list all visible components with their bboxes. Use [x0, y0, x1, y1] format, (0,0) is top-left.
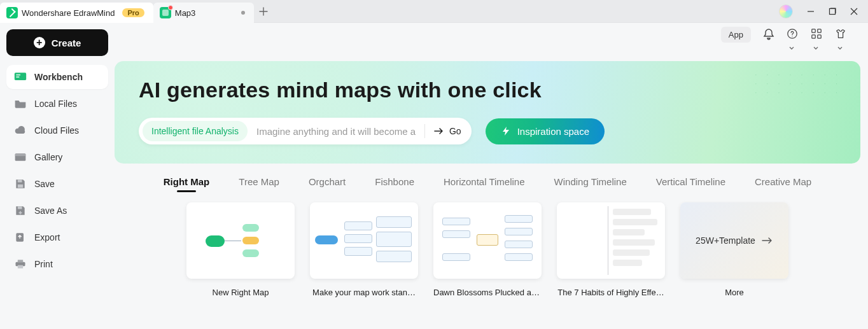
cloud-icon [14, 125, 27, 136]
templates: Right Map Tree Map Orgchart Fishbone Hor… [115, 176, 860, 297]
ai-go-button[interactable]: Go [434, 126, 461, 136]
svg-rect-7 [18, 179, 22, 182]
svg-rect-12 [18, 260, 23, 262]
arrow-right-icon [762, 237, 773, 244]
svg-rect-13 [18, 265, 23, 269]
sidebar-item-label: Export [34, 232, 60, 242]
sidebar-item-label: Save As [34, 206, 67, 216]
separator [424, 124, 425, 138]
ai-mode-chip[interactable]: Intelligent file Analysis [143, 121, 248, 141]
ai-prompt-input[interactable] [256, 126, 416, 137]
arrow-right-icon [434, 127, 444, 135]
file-modified-dot-icon [241, 11, 245, 15]
create-button[interactable]: + Create [6, 29, 108, 56]
tab-winding-timeline[interactable]: Winding Timeline [553, 176, 628, 191]
tab-orgchart[interactable]: Orgchart [307, 176, 347, 191]
svg-rect-3 [16, 74, 20, 76]
sidebar: + Create Workbench Local Files Cloud Fil… [0, 23, 115, 329]
hero-decor-icon: · · · · · · · ·· · · · · · · ·· · · · · … [755, 70, 841, 97]
lightning-icon [501, 126, 511, 136]
export-icon [14, 232, 27, 243]
plus-icon [259, 7, 268, 16]
sidebar-item-label: Print [34, 259, 53, 269]
saveas-icon [14, 205, 27, 216]
unsaved-badge-icon [168, 5, 173, 10]
template-tabs: Right Map Tree Map Orgchart Fishbone Hor… [115, 176, 860, 191]
sidebar-item-label: Local Files [34, 99, 77, 109]
svg-rect-0 [830, 8, 836, 14]
ai-go-label: Go [449, 126, 461, 136]
template-label: Make your map work stan… [310, 288, 418, 297]
tab-vertical-timeline[interactable]: Vertical Timeline [655, 176, 727, 191]
sidebar-item-save[interactable]: Save [6, 172, 108, 196]
window-close-button[interactable] [850, 8, 858, 15]
template-thumb-icon [433, 202, 542, 279]
template-label: More [680, 288, 788, 297]
pro-badge: Pro [122, 8, 144, 17]
svg-rect-8 [18, 185, 23, 188]
folder-icon [14, 98, 27, 109]
print-icon [14, 258, 27, 270]
gallery-icon [14, 151, 27, 163]
template-card[interactable]: Make your map work stan… [310, 202, 418, 297]
file-tab-label: Map3 [175, 8, 196, 18]
sidebar-item-label: Gallery [34, 152, 62, 162]
main: App · · · · [115, 23, 868, 329]
tab-fishbone[interactable]: Fishbone [374, 176, 416, 191]
svg-rect-4 [16, 76, 19, 78]
template-card[interactable]: New Right Map [186, 202, 295, 297]
file-tab-icon [160, 7, 171, 18]
tab-creative-map[interactable]: Creative Map [753, 176, 813, 191]
hero-title: AI generates mind maps with one click [139, 78, 836, 102]
template-label: The 7 Habits of Highly Effe… [557, 288, 665, 297]
sidebar-item-export[interactable]: Export [6, 225, 108, 249]
sidebar-item-local-files[interactable]: Local Files [6, 92, 108, 116]
template-card[interactable]: The 7 Habits of Highly Effe… [557, 202, 665, 297]
inspiration-label: Inspiration space [517, 126, 589, 137]
sidebar-item-label: Workbench [34, 72, 83, 82]
template-more-text: 25W+Template [696, 235, 755, 246]
close-icon [850, 8, 858, 15]
avatar-icon[interactable] [779, 4, 793, 18]
template-label: New Right Map [186, 288, 295, 297]
template-card[interactable]: Dawn Blossoms Plucked at… [433, 202, 542, 297]
template-thumb-icon [186, 202, 295, 279]
ai-hero: · · · · · · · ·· · · · · · · ·· · · · · … [115, 61, 860, 164]
template-card-more[interactable]: 25W+Template More [680, 202, 788, 297]
sidebar-item-print[interactable]: Print [6, 252, 108, 276]
create-plus-icon: + [34, 37, 45, 48]
sidebar-item-label: Cloud Files [34, 125, 79, 136]
maximize-icon [829, 8, 836, 15]
ai-input-bar: Intelligent file Analysis Go [139, 118, 472, 144]
tab-horizontal-timeline[interactable]: Horizontal Timeline [442, 176, 526, 191]
svg-rect-6 [15, 153, 26, 156]
svg-rect-9 [18, 206, 22, 209]
app-logo-icon [6, 7, 18, 18]
sidebar-item-label: Save [34, 179, 55, 189]
sidebar-item-workbench[interactable]: Workbench [6, 65, 108, 89]
create-label: Create [52, 38, 81, 48]
sidebar-item-save-as[interactable]: Save As [6, 199, 108, 223]
app-name: Wondershare EdrawMind [22, 8, 115, 18]
window-minimize-button[interactable] [807, 8, 815, 15]
template-label: Dawn Blossoms Plucked at… [433, 288, 542, 297]
sidebar-item-gallery[interactable]: Gallery [6, 145, 108, 169]
template-more-thumb: 25W+Template [680, 202, 788, 279]
tab-right-map[interactable]: Right Map [162, 176, 211, 191]
workbench-icon [14, 71, 27, 83]
inspiration-space-button[interactable]: Inspiration space [486, 118, 605, 144]
template-thumb-icon [557, 202, 665, 279]
save-icon [14, 178, 27, 190]
template-cards: New Right Map Make your map work st [115, 202, 860, 297]
minimize-icon [807, 8, 815, 15]
window-maximize-button[interactable] [829, 8, 836, 15]
template-thumb-icon [310, 202, 418, 279]
sidebar-item-cloud-files[interactable]: Cloud Files [6, 118, 108, 143]
tab-tree-map[interactable]: Tree Map [237, 176, 281, 191]
